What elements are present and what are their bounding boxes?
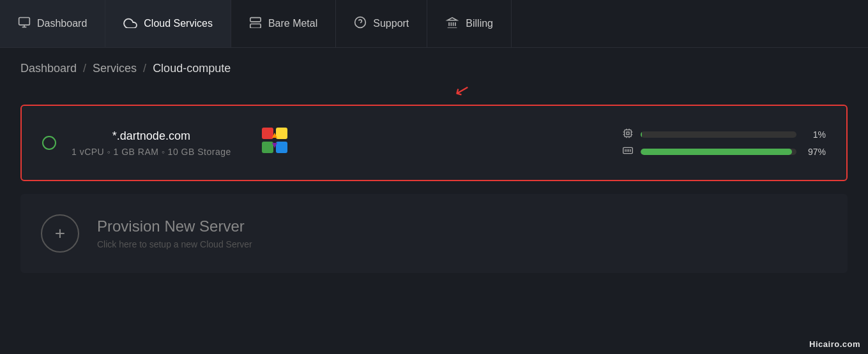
- ram-bar: [641, 149, 792, 155]
- support-icon: [354, 16, 367, 32]
- server-metrics: 1% 97%: [621, 128, 826, 158]
- svg-rect-22: [627, 132, 629, 135]
- provision-title: Provision New Server: [97, 218, 252, 235]
- nav-item-dashboard[interactable]: Dashboard: [0, 0, 105, 47]
- ram-bar-container: [641, 149, 796, 155]
- svg-rect-18: [276, 142, 287, 153]
- ram-metric-row: 97%: [621, 146, 826, 158]
- cpu-bar-container: [641, 131, 796, 138]
- cpu-icon: [621, 128, 634, 141]
- top-navigation: Dashboard Cloud Services Bare Metal Supp…: [0, 0, 868, 48]
- breadcrumb: Dashboard / Services / Cloud-compute: [20, 62, 848, 75]
- server-list: *.dartnode.com 1 vCPU ◦ 1 GB RAM ◦ 10 GB…: [20, 105, 848, 181]
- ram-icon: [621, 146, 634, 158]
- svg-rect-0: [19, 17, 30, 25]
- nav-label-dashboard: Dashboard: [37, 18, 87, 29]
- svg-rect-31: [623, 147, 633, 153]
- nav-label-cloud-services: Cloud Services: [144, 18, 213, 29]
- breadcrumb-sep-2: /: [143, 62, 146, 75]
- server-card[interactable]: *.dartnode.com 1 vCPU ◦ 1 GB RAM ◦ 10 GB…: [20, 105, 848, 181]
- breadcrumb-dashboard[interactable]: Dashboard: [20, 62, 77, 75]
- provision-subtitle: Click here to setup a new Cloud Server: [97, 239, 252, 249]
- nav-label-bare-metal: Bare Metal: [268, 18, 317, 29]
- svg-rect-15: [262, 128, 273, 139]
- cpu-metric-row: 1%: [621, 128, 826, 141]
- server-info: *.dartnode.com 1 vCPU ◦ 1 GB RAM ◦ 10 GB…: [72, 129, 231, 157]
- server-status-dot: [42, 136, 56, 150]
- cloud-icon: [123, 17, 137, 31]
- server-specs: 1 vCPU ◦ 1 GB RAM ◦ 10 GB Storage: [72, 147, 231, 157]
- nav-item-bare-metal[interactable]: Bare Metal: [231, 0, 336, 47]
- server-hostname: *.dartnode.com: [72, 129, 231, 143]
- svg-rect-21: [625, 130, 632, 137]
- breadcrumb-section: Dashboard / Services / Cloud-compute: [0, 48, 868, 85]
- nav-item-cloud-services[interactable]: Cloud Services: [105, 0, 231, 47]
- cpu-value: 1%: [803, 129, 826, 140]
- server-left-section: *.dartnode.com 1 vCPU ◦ 1 GB RAM ◦ 10 GB…: [42, 128, 287, 158]
- cpu-bar: [641, 131, 642, 138]
- breadcrumb-services[interactable]: Services: [93, 62, 137, 75]
- svg-rect-16: [276, 128, 287, 139]
- ram-value: 97%: [803, 147, 826, 157]
- provision-text: Provision New Server Click here to setup…: [97, 218, 252, 249]
- bare-metal-icon: [249, 17, 262, 31]
- watermark: Hicairo.com: [809, 339, 860, 349]
- nav-item-support[interactable]: Support: [336, 0, 427, 47]
- arrow-container: ↙: [20, 85, 848, 105]
- bank-icon: [445, 17, 459, 31]
- provision-section[interactable]: + Provision New Server Click here to set…: [20, 194, 848, 273]
- plus-symbol: +: [55, 223, 65, 244]
- monitor-icon: [18, 16, 31, 32]
- breadcrumb-sep-1: /: [83, 62, 86, 75]
- breadcrumb-current: Cloud-compute: [153, 62, 231, 75]
- nav-label-billing: Billing: [466, 18, 493, 29]
- provision-plus-icon: +: [41, 214, 79, 253]
- svg-rect-17: [262, 142, 273, 153]
- nav-label-support: Support: [373, 18, 409, 29]
- nav-item-billing[interactable]: Billing: [427, 0, 512, 47]
- svg-marker-14: [448, 17, 457, 20]
- svg-rect-4: [250, 24, 261, 28]
- server-os-icon: [262, 128, 287, 158]
- svg-rect-3: [250, 17, 261, 22]
